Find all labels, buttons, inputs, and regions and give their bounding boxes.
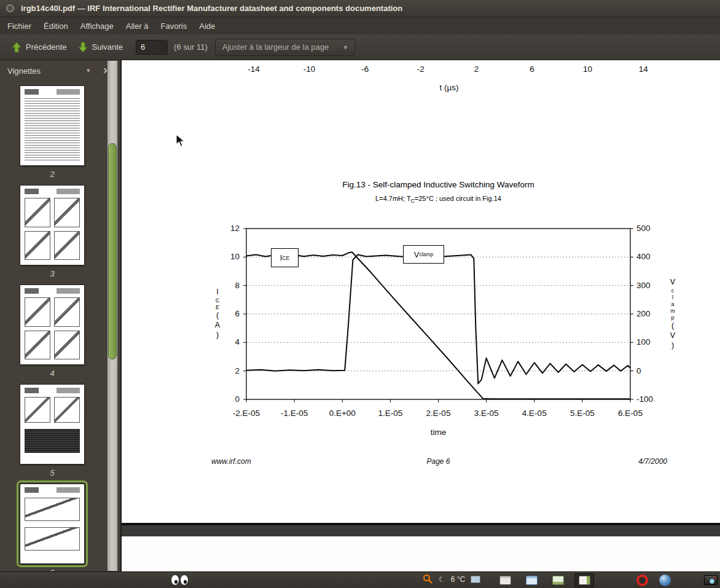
sidebar-header: Vignettes ▼ ✕: [0, 60, 120, 81]
footer-page-number: Page 6: [246, 457, 630, 466]
menu-item-aller-a[interactable]: Aller à: [120, 18, 155, 34]
y-axis-tick-left: 4: [210, 337, 240, 347]
document-app-icon: [499, 576, 511, 585]
thumbnail-page-2[interactable]: 2: [0, 86, 104, 179]
thumbnail-page-6[interactable]: 6: [0, 484, 104, 571]
thumbnail-image: [20, 285, 84, 364]
application-window: irgb14c40l.pdf — IRF International Recti…: [0, 0, 720, 588]
x-axis-tick: 1.E-05: [378, 409, 402, 418]
pdf-page-next: [122, 536, 720, 571]
web-browser-icon[interactable]: [659, 574, 671, 586]
thumbnail-label: 5: [50, 468, 54, 477]
eye-icon: [171, 574, 179, 586]
y-axis-tick-left: 6: [210, 309, 240, 319]
thumbnail-sketch: [25, 89, 80, 95]
thumbnail-label: 2: [50, 170, 54, 179]
right-axis-unit: (V): [668, 321, 677, 351]
document-view: -14-10-6-2261014 t (µs) Fig.13 - Self-cl…: [120, 60, 720, 571]
menu-item-favoris[interactable]: Favoris: [155, 18, 194, 34]
figure-title: Fig.13 - Self-clamped Inductive Switchin…: [246, 180, 630, 189]
thumbnail-page-5[interactable]: 5: [0, 385, 104, 477]
x-axis-tick: 3.E-05: [474, 409, 499, 418]
network-icon[interactable]: [471, 576, 480, 583]
figure-subtitle: L=4.7mH; TC=25°C ; used circuit in Fig.1…: [246, 195, 630, 204]
right-axis-symbol: V: [668, 278, 677, 288]
x-axis-title: time: [246, 428, 630, 437]
y-axis-tick-right: 0: [636, 366, 641, 376]
thumbnail-sketch: [25, 231, 50, 261]
taskbar-window-button-1[interactable]: [495, 573, 515, 587]
right-axis-subscript: clamp: [670, 288, 676, 321]
vclamp-curve-label-box: Vclamp: [403, 245, 444, 264]
thumbnail-sketch: [25, 189, 80, 194]
zoom-level-select[interactable]: Ajuster à la largeur de la page ▼: [215, 39, 355, 56]
x-axis-tick: -2.E-05: [233, 409, 260, 418]
footer-website: www.irf.com: [211, 457, 251, 466]
thumbnail-sketch: [54, 198, 80, 227]
thumbnail-page-3[interactable]: 3: [0, 186, 104, 278]
thumbnail-sketch: [54, 297, 80, 327]
thumbnail-sketch: [25, 198, 80, 260]
next-page-label: Suivante: [92, 42, 123, 52]
top-axis-tick: -2: [417, 65, 425, 74]
thumbnail-page-4[interactable]: 4: [0, 285, 104, 378]
sidebar-title: Vignettes: [7, 66, 41, 76]
menu-item-fichier[interactable]: Fichier: [1, 18, 37, 34]
thumbnail-sketch: [25, 297, 80, 359]
image-viewer-app-icon: [552, 576, 564, 585]
x-axis-tick: 6.E-05: [618, 409, 643, 418]
taskbar-window-button-4[interactable]: [574, 573, 594, 587]
next-page-button[interactable]: Suivante: [72, 39, 129, 56]
menu-item-aide[interactable]: Aide: [193, 18, 221, 34]
thumbnail-sketch: [25, 297, 50, 327]
previous-page-label: Précédente: [26, 42, 67, 52]
previous-page-button[interactable]: Précédente: [6, 39, 72, 56]
top-axis-tick: 2: [474, 65, 479, 74]
camera-app-icon[interactable]: [704, 575, 718, 585]
y-axis-tick-right: -100: [636, 394, 653, 404]
thumbnail-sketch: [25, 498, 80, 521]
body-area: Vignettes ▼ ✕ 23456 -14-10-6-2261014 t (…: [0, 60, 720, 571]
y-axis-tick-left: 12: [210, 224, 240, 233]
y-axis-tick-left: 10: [210, 252, 240, 262]
weather-icon[interactable]: ☾: [439, 575, 445, 584]
thumbnail-sketch: [25, 397, 80, 423]
search-icon[interactable]: [423, 574, 433, 584]
sidebar-scrollbar[interactable]: [107, 60, 118, 571]
thumbnail-sketch: [25, 288, 80, 294]
down-arrow-icon: [78, 42, 88, 53]
x-axis-tick: -1.E-05: [281, 409, 308, 418]
thumbnail-sketch: [25, 397, 50, 423]
window-menu-icon[interactable]: [6, 4, 14, 12]
top-axis-tick: -6: [361, 65, 369, 74]
footer-date: 4/7/2000: [638, 457, 667, 466]
top-axis-tick: -14: [248, 65, 260, 74]
page-number-input[interactable]: [136, 40, 168, 55]
scrollbar-thumb[interactable]: [108, 143, 117, 359]
thumbnail-sketch: [25, 198, 50, 227]
y-axis-tick-left: 0: [210, 394, 240, 404]
taskbar-window-button-2[interactable]: [522, 573, 541, 587]
y-axis-tick-right: 100: [636, 337, 651, 347]
sidebar-mode-dropdown-icon[interactable]: ▼: [82, 66, 95, 76]
ice-label-sub: CE: [282, 255, 289, 261]
menu-item-affichage[interactable]: Affichage: [74, 18, 120, 34]
thumbnail-label: 4: [50, 369, 54, 378]
x-axis-tick: 0.E+00: [329, 409, 356, 418]
y-axis-tick-right: 500: [636, 224, 651, 233]
taskbar-window-button-3[interactable]: [548, 573, 568, 587]
thumbnail-image: [20, 186, 84, 265]
x-axis-tick: 5.E-05: [570, 409, 595, 418]
thumbnail-label: 3: [50, 269, 54, 278]
system-tray: ☾ 6 °C: [423, 574, 480, 584]
opera-browser-icon[interactable]: [636, 574, 648, 586]
thumbnail-sketch: [25, 487, 80, 493]
menu-item-edition[interactable]: Édition: [37, 18, 74, 34]
toolbar: Précédente Suivante (6 sur 11) Ajuster à…: [0, 34, 720, 60]
temperature-label[interactable]: 6 °C: [451, 575, 465, 584]
thumbnail-sketch: [54, 331, 80, 360]
top-axis-label: t (µs): [439, 83, 458, 92]
figure-subtitle-prefix: L=4.7mH; T: [375, 195, 411, 202]
y-axis-tick-left: 2: [210, 366, 240, 376]
thumbnail-sketch: [54, 397, 80, 423]
